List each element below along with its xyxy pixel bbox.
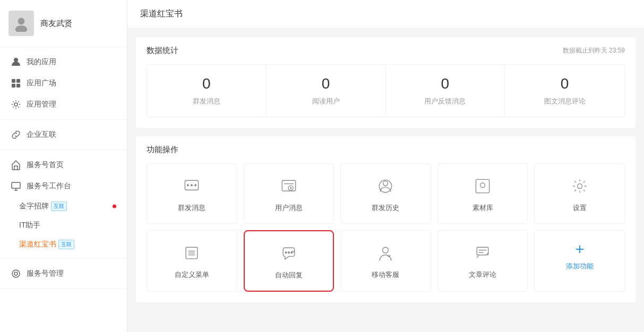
sidebar-section-enterprise: 企业互联	[0, 120, 127, 150]
sidebar-item-my-apps[interactable]: 我的应用	[0, 51, 127, 73]
sidebar-section-apps: 我的应用 应用广场 应用管理	[0, 47, 127, 120]
stats-note: 数据截止到昨天 23:59	[563, 46, 625, 55]
add-icon: ＋	[572, 241, 587, 256]
func-label-add-function: 添加功能	[566, 261, 594, 271]
sidebar-item-app-manage-label: 应用管理	[27, 100, 56, 109]
svg-point-0	[18, 18, 25, 25]
stat-value-comments: 0	[513, 75, 616, 92]
custom-menu-icon	[180, 241, 203, 265]
sidebar-item-app-market-label: 应用广场	[27, 78, 56, 88]
home-icon	[11, 160, 21, 170]
mass-history-icon	[374, 174, 397, 198]
svg-rect-4	[16, 79, 20, 83]
func-card-add-function[interactable]: ＋ 添加功能	[534, 230, 625, 292]
svg-point-7	[14, 103, 18, 106]
stats-grid: 0 群发消息 0 阅读用户 0 用户反馈消息 0 图文消息评论	[147, 64, 625, 117]
svg-rect-22	[476, 179, 489, 193]
func-section: 功能操作 群发消息	[136, 136, 636, 302]
sidebar-item-service-workbench[interactable]: 服务号工作台	[0, 176, 127, 197]
sidebar-sub-item-jinzi-label: 金字招牌	[19, 202, 49, 211]
svg-point-33	[383, 247, 389, 253]
func-title: 功能操作	[147, 145, 178, 155]
stat-card-feedback: 0 用户反馈消息	[386, 65, 505, 117]
func-grid-row1: 群发消息 用户消息	[147, 163, 625, 224]
svg-point-14	[195, 185, 196, 186]
func-header: 功能操作	[147, 145, 625, 155]
sidebar-item-my-apps-label: 我的应用	[27, 57, 56, 67]
avatar	[8, 11, 34, 36]
username: 商友武贤	[40, 19, 72, 29]
svg-point-32	[291, 252, 293, 254]
sidebar-section-manage: 服务号管理	[0, 259, 127, 289]
func-card-mobile-service[interactable]: 移动客服	[340, 230, 431, 292]
stat-value-read-users: 0	[275, 75, 377, 92]
stat-label-read-users: 阅读用户	[275, 97, 377, 106]
monitor-icon	[11, 181, 21, 191]
stat-value-feedback: 0	[394, 75, 496, 92]
svg-rect-8	[12, 182, 20, 188]
gear-icon	[11, 99, 21, 110]
page-header: 渠道红宝书	[127, 0, 644, 29]
stats-title: 数据统计	[147, 46, 178, 56]
sidebar-sub-item-channel-redbook-label: 渠道红宝书	[19, 240, 56, 249]
stats-section: 数据统计 数据截止到昨天 23:59 0 群发消息 0 阅读用户 0 用户反馈消…	[136, 37, 636, 128]
stat-card-mass-msg: 0 群发消息	[147, 65, 267, 117]
svg-point-30	[285, 252, 287, 254]
func-card-mass-history[interactable]: 群发历史	[340, 163, 431, 224]
sidebar-item-service-manage[interactable]: 服务号管理	[0, 263, 127, 284]
sidebar-item-enterprise-link[interactable]: 企业互联	[0, 124, 127, 145]
sidebar-item-enterprise-link-label: 企业互联	[27, 130, 56, 139]
func-label-auto-reply: 自动回复	[275, 270, 303, 280]
svg-point-12	[187, 185, 189, 186]
svg-point-25	[577, 184, 582, 189]
func-label-settings: 设置	[573, 203, 587, 213]
func-card-user-message[interactable]: 用户消息	[244, 163, 334, 224]
grid-icon	[11, 78, 21, 89]
content-body: 数据统计 数据截止到昨天 23:59 0 群发消息 0 阅读用户 0 用户反馈消…	[127, 29, 644, 311]
mass-message-icon	[180, 174, 203, 198]
func-label-user-message: 用户消息	[275, 203, 303, 213]
svg-rect-34	[477, 247, 488, 255]
func-card-mass-message[interactable]: 群发消息	[147, 163, 237, 224]
sidebar-item-service-home[interactable]: 服务号首页	[0, 154, 127, 176]
article-comment-icon	[471, 241, 494, 265]
func-card-material-lib[interactable]: 素材库	[437, 163, 528, 224]
sidebar-sub-item-it[interactable]: IT助手	[0, 216, 127, 235]
svg-point-2	[14, 58, 18, 62]
sidebar-item-app-manage[interactable]: 应用管理	[0, 94, 127, 115]
func-label-material-lib: 素材库	[473, 203, 493, 213]
user-profile: 商友武贤	[0, 0, 127, 47]
sidebar-item-app-market[interactable]: 应用广场	[0, 73, 127, 94]
sidebar: 商友武贤 我的应用 应用广场 应用管理 企业互联	[0, 0, 127, 332]
mobile-service-icon	[374, 241, 397, 265]
main-content: 渠道红宝书 数据统计 数据截止到昨天 23:59 0 群发消息 0 阅读用户 0	[127, 0, 644, 332]
svg-point-31	[288, 252, 290, 254]
func-card-custom-menu[interactable]: 自定义菜单	[147, 230, 237, 292]
svg-point-10	[14, 272, 18, 275]
material-lib-icon	[471, 174, 494, 198]
svg-point-21	[383, 181, 388, 186]
link-icon	[11, 129, 21, 140]
svg-point-1	[15, 25, 27, 32]
tag-hulian-jinzi: 互联	[51, 202, 67, 211]
svg-rect-5	[12, 84, 15, 88]
func-card-article-comment[interactable]: 文章评论	[437, 230, 528, 292]
stat-card-comments: 0 图文消息评论	[505, 65, 624, 117]
sidebar-sub-item-jinzi[interactable]: 金字招牌 互联	[0, 197, 127, 216]
svg-point-13	[191, 185, 193, 186]
tag-hulian-redbook: 互联	[58, 240, 74, 249]
func-label-article-comment: 文章评论	[469, 270, 496, 279]
func-label-mobile-service: 移动客服	[372, 270, 399, 279]
sidebar-sub-item-channel-redbook[interactable]: 渠道红宝书 互联	[0, 235, 127, 254]
settings-icon	[11, 268, 21, 279]
func-label-mass-history: 群发历史	[372, 203, 399, 213]
sidebar-item-service-home-label: 服务号首页	[27, 160, 64, 170]
func-card-auto-reply[interactable]: 自动回复	[244, 230, 334, 292]
stat-value-mass-msg: 0	[156, 75, 257, 92]
dot-red	[113, 205, 116, 208]
user-message-icon	[277, 174, 300, 198]
func-card-settings[interactable]: 设置	[534, 163, 625, 224]
sidebar-item-service-manage-label: 服务号管理	[27, 269, 64, 278]
stat-label-comments: 图文消息评论	[513, 97, 616, 106]
page-title: 渠道红宝书	[140, 9, 183, 18]
